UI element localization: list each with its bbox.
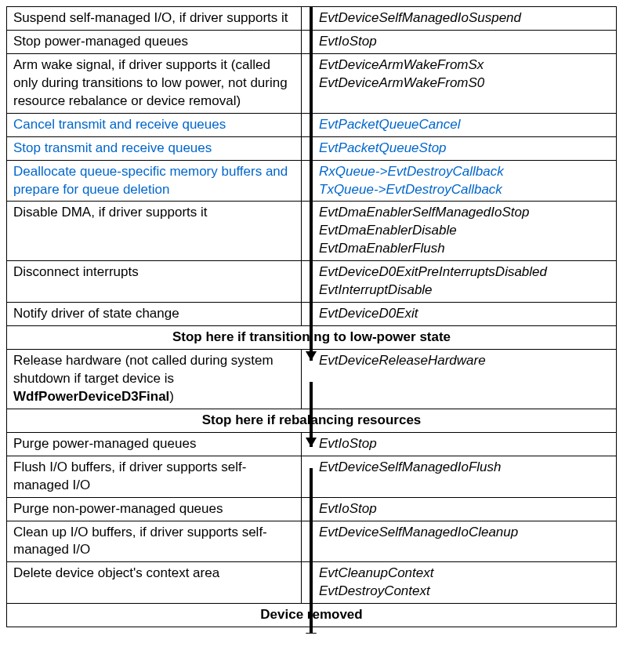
step-description: Release hardware (not called during syst… (7, 350, 302, 409)
step-description: Flush I/O buffers, if driver supports se… (7, 456, 302, 497)
step-description: Clean up I/O buffers, if driver supports… (7, 521, 302, 562)
callback-name: EvtIoStop (302, 498, 616, 521)
stop-banner: Device removed (7, 604, 616, 627)
svg-marker-5 (306, 633, 317, 634)
callback-name: EvtDeviceSelfManagedIoCleanup (302, 521, 616, 562)
callback-name: EvtDeviceArmWakeFromSxEvtDeviceArmWakeFr… (302, 54, 616, 113)
table-row: Flush I/O buffers, if driver supports se… (7, 456, 616, 498)
callback-name: EvtIoStop (302, 31, 616, 53)
table-row: Cancel transmit and receive queuesEvtPac… (7, 114, 616, 137)
step-description: Notify driver of state change (7, 303, 302, 325)
callback-name: EvtIoStop (302, 433, 616, 456)
callback-name: EvtPacketQueueCancel (302, 114, 616, 136)
bold-text: WdfPowerDeviceD3Final (13, 389, 169, 404)
text: Release hardware (not called during syst… (13, 353, 273, 386)
table-row: Stop transmit and receive queuesEvtPacke… (7, 137, 616, 161)
table-row: Release hardware (not called during syst… (7, 350, 616, 409)
table-row: Delete device object's context areaEvtCl… (7, 562, 616, 604)
callback-name: RxQueue->EvtDestroyCallbackTxQueue->EvtD… (302, 161, 616, 202)
callback-name: EvtDeviceSelfManagedIoFlush (302, 456, 616, 497)
stop-banner: Stop here if transitioning to low-power … (7, 326, 616, 349)
step-description: Disconnect interrupts (7, 261, 302, 302)
table-row: Device removed (7, 604, 616, 627)
power-down-sequence-table: Suspend self-managed I/O, if driver supp… (6, 6, 617, 627)
table-row: Purge non-power-managed queuesEvtIoStop (7, 498, 616, 521)
step-description: Delete device object's context area (7, 562, 302, 603)
step-description: Stop transmit and receive queues (7, 137, 302, 160)
step-description: Stop power-managed queues (7, 31, 302, 53)
callback-name: EvtDeviceD0ExitPreInterruptsDisabledEvtI… (302, 261, 616, 302)
step-description: Deallocate queue-specific memory buffers… (7, 161, 302, 202)
table-row: Notify driver of state changeEvtDeviceD0… (7, 303, 616, 326)
table-row: Purge power-managed queuesEvtIoStop (7, 433, 616, 456)
step-description: Purge non-power-managed queues (7, 498, 302, 521)
text: ) (169, 389, 174, 404)
callback-name: EvtDmaEnablerSelfManagedIoStopEvtDmaEnab… (302, 202, 616, 260)
table-row: Disconnect interruptsEvtDeviceD0ExitPreI… (7, 261, 616, 303)
table-row: Disable DMA, if driver supports itEvtDma… (7, 202, 616, 261)
callback-name: EvtDeviceD0Exit (302, 303, 616, 325)
callback-name: EvtCleanupContextEvtDestroyContext (302, 562, 616, 603)
table-row: Suspend self-managed I/O, if driver supp… (7, 7, 616, 31)
table-row: Stop here if rebalancing resources (7, 409, 616, 433)
step-description: Disable DMA, if driver supports it (7, 202, 302, 260)
stop-banner: Stop here if rebalancing resources (7, 409, 616, 432)
callback-name: EvtDeviceSelfManagedIoSuspend (302, 7, 616, 30)
table-row: Clean up I/O buffers, if driver supports… (7, 521, 616, 563)
step-description: Purge power-managed queues (7, 433, 302, 456)
table-row: Deallocate queue-specific memory buffers… (7, 161, 616, 202)
step-description: Cancel transmit and receive queues (7, 114, 302, 136)
table-row: Stop power-managed queuesEvtIoStop (7, 31, 616, 54)
step-description: Suspend self-managed I/O, if driver supp… (7, 7, 302, 30)
step-description: Arm wake signal, if driver supports it (… (7, 54, 302, 113)
table-row: Arm wake signal, if driver supports it (… (7, 54, 616, 114)
callback-name: EvtDeviceReleaseHardware (302, 350, 616, 409)
callback-name: EvtPacketQueueStop (302, 137, 616, 160)
table-row: Stop here if transitioning to low-power … (7, 326, 616, 350)
